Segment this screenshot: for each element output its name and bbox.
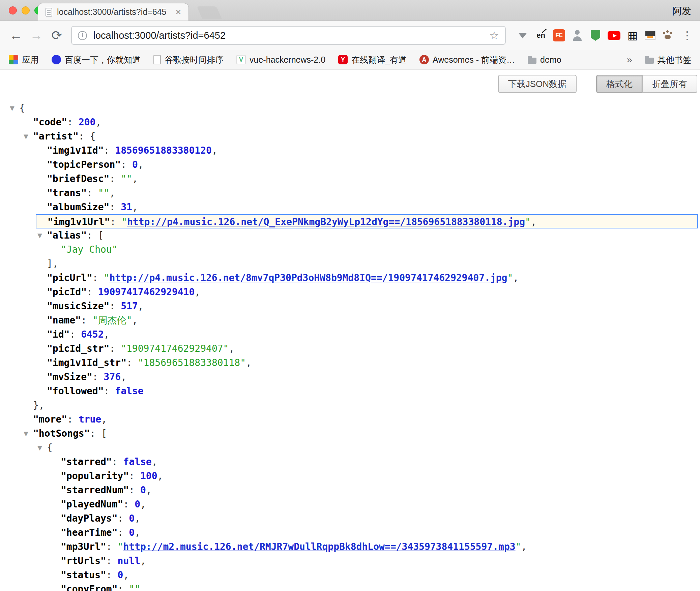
json-line-highlighted: "img1v1Url": "http://p4.music.126.net/Q_…: [36, 214, 698, 228]
json-line: "name": "周杰伦",: [0, 313, 700, 328]
close-window-button[interactable]: [9, 6, 17, 14]
json-line: "albumSize": 31,: [0, 200, 700, 214]
collapse-toggle-icon[interactable]: ▼: [24, 129, 28, 144]
bookmark-item[interactable]: 谷歌按时间排序: [153, 54, 224, 65]
json-punct: :: [104, 145, 115, 156]
json-punct: ,: [140, 499, 146, 510]
qr-translate-icon[interactable]: ▦: [626, 29, 639, 41]
url-text[interactable]: localhost:3000/artists?id=6452: [93, 30, 226, 41]
bookmark-item[interactable]: Y在线翻译_有道: [338, 54, 407, 65]
download-json-button[interactable]: 下载JSON数据: [498, 75, 577, 93]
page-info-icon[interactable]: i: [78, 31, 87, 40]
json-punct: :: [109, 173, 121, 184]
apps-icon: [9, 55, 18, 64]
json-value: ": [121, 216, 127, 227]
player-icon[interactable]: [645, 31, 655, 40]
json-line: "rtUrls": null,: [0, 554, 700, 568]
browser-toolbar: ← → ⟳ i localhost:3000/artists?id=6452 ☆…: [0, 21, 700, 50]
bookmark-item[interactable]: Vvue-hackernews-2.0: [236, 55, 325, 65]
json-value: "": [121, 173, 132, 184]
folder-icon: [528, 58, 536, 64]
bookmark-item[interactable]: demo: [528, 55, 561, 65]
json-link[interactable]: http://p4.music.126.net/8mv7qP30Pd3oHW8b…: [109, 272, 507, 283]
browser-window: localhost:3000/artists?id=645 × 阿发 ← → ⟳…: [0, 0, 700, 591]
collapse-toggle-icon[interactable]: ▼: [10, 101, 14, 115]
paw-icon[interactable]: [662, 29, 674, 41]
minimize-window-button[interactable]: [22, 6, 30, 14]
json-punct: ,: [123, 569, 129, 581]
vue-icon: V: [236, 55, 246, 64]
json-link[interactable]: http://m2.music.126.net/RMJR7wDullRqppBk…: [123, 541, 515, 552]
forward-icon[interactable]: →: [28, 28, 45, 43]
window-controls: [9, 6, 42, 14]
json-punct: :: [81, 315, 92, 326]
shield-icon[interactable]: [589, 29, 602, 41]
youdao-dict-icon[interactable]: en: [535, 29, 547, 41]
json-value: "": [129, 584, 140, 591]
tab-strip: localhost:3000/artists?id=645 × 阿发: [0, 0, 700, 21]
funnel-icon[interactable]: [517, 29, 529, 41]
json-punct: ,: [246, 357, 252, 368]
json-value: 0: [140, 485, 146, 496]
extension-icons: enFE▦: [517, 29, 674, 41]
json-value: ": [516, 541, 521, 552]
json-key: "picUrl": [47, 272, 92, 283]
json-punct: ,: [146, 485, 152, 496]
tab-close-icon[interactable]: ×: [174, 7, 182, 17]
json-key: "artist": [33, 131, 79, 142]
bookmark-item[interactable]: 应用: [9, 54, 39, 65]
json-line: "picId": 19097417462929410,: [0, 285, 700, 299]
json-punct: :: [87, 187, 98, 198]
youtube-icon[interactable]: [608, 31, 620, 40]
back-icon[interactable]: ←: [7, 28, 24, 43]
json-punct: : [: [87, 230, 104, 241]
json-punct: : {: [79, 131, 96, 142]
profile-name[interactable]: 阿发: [672, 5, 691, 18]
address-bar[interactable]: i localhost:3000/artists?id=6452 ☆: [71, 26, 506, 45]
json-punct: ,: [109, 187, 115, 198]
json-line: "status": 0,: [0, 568, 700, 582]
bookmark-item[interactable]: 百度一下，你就知道: [52, 54, 141, 65]
json-value: 0: [135, 499, 140, 510]
reload-icon[interactable]: ⟳: [48, 28, 65, 43]
other-bookmarks-folder[interactable]: 其他书签: [645, 54, 691, 65]
bookmark-label: demo: [540, 55, 561, 65]
bookmarks-bar: 应用百度一下，你就知道谷歌按时间排序Vvue-hackernews-2.0Y在线…: [0, 50, 700, 70]
json-line: "briefDesc": "",: [0, 172, 700, 186]
collapse-toggle-icon[interactable]: ▼: [24, 427, 28, 441]
new-tab-button[interactable]: [197, 6, 222, 19]
collapse-all-button[interactable]: 折叠所有: [642, 75, 697, 93]
json-value: 18569651883380120: [115, 145, 212, 156]
json-punct: :: [92, 272, 104, 283]
json-punct: : [: [90, 428, 107, 439]
json-punct: ,: [531, 216, 536, 227]
browser-menu-icon[interactable]: ⋮: [682, 29, 693, 42]
format-button[interactable]: 格式化: [596, 75, 642, 93]
collapse-toggle-icon[interactable]: ▼: [37, 228, 42, 243]
json-line: "playedNum": 0,: [0, 497, 700, 511]
bookmarks-overflow-icon[interactable]: »: [626, 54, 632, 65]
profile-silhouette-icon[interactable]: [571, 29, 583, 41]
browser-tab[interactable]: localhost:3000/artists?id=645 ×: [38, 3, 189, 21]
json-key: "mvSize": [47, 371, 92, 382]
json-value: 6452: [81, 329, 104, 340]
json-value: "Jay Chou": [61, 244, 118, 255]
json-link[interactable]: http://p4.music.126.net/Q_ExePNkmgB2yWyL…: [127, 216, 525, 227]
json-viewer-actions: 下载JSON数据 格式化 折叠所有: [0, 70, 700, 93]
bookmark-item[interactable]: AAwesomes - 前端资…: [419, 54, 515, 65]
json-punct: ],: [47, 258, 58, 269]
json-punct: ,: [101, 414, 107, 425]
bookmark-label: 在线翻译_有道: [351, 54, 407, 65]
json-line: "more": true,: [0, 412, 700, 427]
other-bookmarks-label: 其他书签: [658, 54, 691, 65]
bookmark-star-icon[interactable]: ☆: [489, 29, 499, 42]
json-punct: ,: [152, 456, 157, 467]
json-punct: :: [118, 527, 129, 538]
json-key: "briefDesc": [47, 173, 109, 184]
json-punct: ,: [513, 272, 519, 283]
json-line: ▼{: [0, 441, 700, 455]
fe-icon[interactable]: FE: [553, 29, 565, 41]
json-line: "dayPlays": 0,: [0, 511, 700, 526]
json-punct: :: [87, 286, 98, 298]
collapse-toggle-icon[interactable]: ▼: [37, 441, 42, 455]
